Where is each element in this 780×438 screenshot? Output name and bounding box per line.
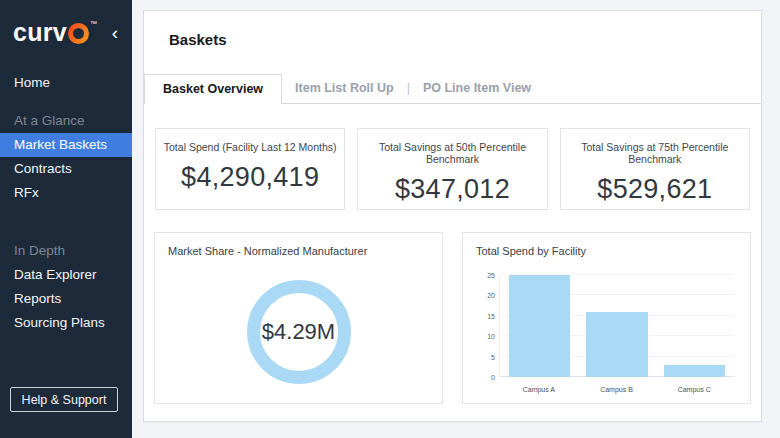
chart-title: Total Spend by Facility [476, 245, 586, 257]
sidebar-item-market-baskets[interactable]: Market Baskets [0, 133, 132, 157]
sidebar-section-in-depth: In Depth [0, 239, 132, 263]
tab-po-line-item-view[interactable]: PO Line Item View [410, 74, 544, 103]
kpi-card-savings-50th: Total Savings at 50th Percentile Benchma… [357, 128, 547, 210]
kpi-value: $529,621 [561, 174, 749, 205]
chart-row: Market Share - Normalized Manufacturer $… [144, 232, 761, 404]
kpi-label: Total Savings at 50th Percentile Benchma… [358, 141, 546, 165]
donut-ring[interactable]: $4.29M [247, 280, 351, 384]
sidebar-item-contracts[interactable]: Contracts [0, 157, 132, 181]
y-tick-label: 0 [491, 374, 495, 381]
logo-text: curv [13, 20, 67, 45]
kpi-card-total-spend: Total Spend (Facility Last 12 Months) $4… [155, 128, 345, 210]
sidebar-item-rfx[interactable]: RFx [0, 181, 132, 205]
kpi-row: Total Spend (Facility Last 12 Months) $4… [144, 128, 761, 210]
trademark-symbol: ™ [90, 20, 97, 28]
app-screen: curv ™ ‹ Home At a Glance Market Baskets… [0, 0, 780, 438]
donut-chart: $4.29M [155, 267, 442, 397]
kpi-value: $4,290,419 [156, 162, 344, 193]
donut-center-value: $4.29M [262, 319, 335, 345]
bar-xlabels: Campus ACampus BCampus C [499, 386, 734, 393]
y-tick-label: 10 [487, 333, 495, 340]
sidebar-item-data-explorer[interactable]: Data Explorer [0, 263, 132, 287]
sidebar-item-home[interactable]: Home [0, 71, 132, 95]
bar-campus-a[interactable] [509, 275, 570, 377]
sidebar-collapse-icon[interactable]: ‹ [110, 23, 120, 42]
tab-bar: Basket Overview Item List Roll Up | PO L… [144, 74, 761, 104]
x-axis-label: Campus B [586, 386, 648, 393]
y-tick-label: 5 [491, 353, 495, 360]
bar-campus-c[interactable] [664, 365, 725, 377]
curvo-logo: curv ™ [13, 20, 97, 45]
kpi-label: Total Savings at 75th Percentile Benchma… [561, 141, 749, 165]
main-content-sheet: Baskets Basket Overview Item List Roll U… [143, 10, 762, 422]
page-title: Baskets [169, 31, 227, 48]
help-support-button[interactable]: Help & Support [10, 387, 118, 412]
sidebar-nav: Home At a Glance Market Baskets Contract… [0, 71, 132, 335]
logo-row: curv ™ ‹ [0, 0, 132, 45]
bar-campus-b[interactable] [586, 312, 647, 377]
tab-basket-overview[interactable]: Basket Overview [144, 74, 282, 104]
y-tick-label: 20 [487, 292, 495, 299]
x-axis-label: Campus A [508, 386, 570, 393]
bars-container [500, 275, 734, 377]
bar-plot: 0510152025 [499, 275, 734, 377]
x-axis-label: Campus C [663, 386, 725, 393]
total-spend-chart-card: Total Spend by Facility 0510152025 Campu… [462, 232, 751, 404]
y-tick-label: 15 [487, 312, 495, 319]
kpi-label: Total Spend (Facility Last 12 Months) [156, 141, 344, 153]
logo-o-ring-icon [68, 23, 89, 44]
sidebar: curv ™ ‹ Home At a Glance Market Baskets… [0, 0, 132, 438]
market-share-chart-card: Market Share - Normalized Manufacturer $… [154, 232, 443, 404]
sidebar-section-at-a-glance: At a Glance [0, 109, 132, 133]
y-tick-label: 25 [487, 272, 495, 279]
tab-item-list-roll-up[interactable]: Item List Roll Up [282, 74, 407, 103]
sidebar-item-sourcing-plans[interactable]: Sourcing Plans [0, 311, 132, 335]
kpi-card-savings-75th: Total Savings at 75th Percentile Benchma… [560, 128, 750, 210]
chart-title: Market Share - Normalized Manufacturer [168, 245, 367, 257]
sidebar-item-reports[interactable]: Reports [0, 287, 132, 311]
kpi-value: $347,012 [358, 174, 546, 205]
